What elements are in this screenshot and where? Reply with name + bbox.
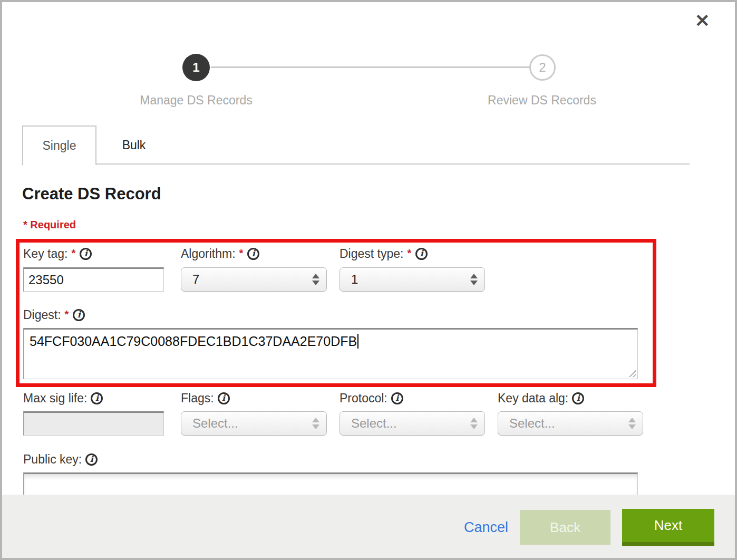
spinner-arrows-icon xyxy=(628,418,636,429)
tab-single[interactable]: Single xyxy=(22,125,96,166)
required-asterisk: * xyxy=(239,247,244,259)
info-icon[interactable]: i xyxy=(85,453,98,466)
digest-type-select-value: 1 xyxy=(351,272,470,287)
page-title: Create DS Record xyxy=(22,185,161,204)
spinner-arrows-icon xyxy=(470,418,478,429)
protocol-select[interactable]: Select... xyxy=(340,411,485,436)
flags-select[interactable]: Select... xyxy=(181,411,327,436)
spinner-arrows-icon xyxy=(470,274,478,285)
create-ds-record-dialog: ✕ 1 2 Manage DS Records Review DS Record… xyxy=(0,0,737,560)
key-data-alg-select[interactable]: Select... xyxy=(498,411,643,436)
max-sig-life-label: Max sig life:i xyxy=(23,391,103,405)
info-icon[interactable]: i xyxy=(415,248,428,260)
tab-bulk[interactable]: Bulk xyxy=(96,125,171,165)
flags-select-value: Select... xyxy=(192,416,312,431)
spinner-arrows-icon xyxy=(312,418,319,429)
back-button[interactable]: Back xyxy=(520,510,610,545)
info-icon[interactable]: i xyxy=(91,392,103,404)
info-icon[interactable]: i xyxy=(73,309,85,321)
protocol-select-value: Select... xyxy=(351,416,470,431)
algorithm-label-text: Algorithm: xyxy=(181,247,236,260)
key-data-alg-label-text: Key data alg: xyxy=(498,391,568,405)
digest-value: 54FCF030AA1C79C0088FDEC1BD1C37DAA2E70DFB xyxy=(30,334,357,349)
max-sig-life-input[interactable] xyxy=(23,411,164,436)
flags-label: Flags:i xyxy=(181,391,230,405)
step-2-label: Review DS Records xyxy=(458,93,626,108)
flags-label-text: Flags: xyxy=(181,391,214,405)
text-caret xyxy=(357,334,358,349)
close-icon[interactable]: ✕ xyxy=(695,12,710,30)
algorithm-select[interactable]: 7 xyxy=(181,267,327,292)
key-data-alg-select-value: Select... xyxy=(509,416,628,431)
info-icon[interactable]: i xyxy=(80,248,92,260)
stepper-connector xyxy=(211,66,529,68)
key-tag-input[interactable] xyxy=(23,267,164,292)
dialog-footer: Cancel Back Next xyxy=(0,495,737,560)
tab-bar: Single Bulk xyxy=(22,125,690,165)
step-1-label: Manage DS Records xyxy=(112,93,280,108)
algorithm-select-value: 7 xyxy=(192,272,312,287)
resize-handle-icon[interactable] xyxy=(627,369,636,377)
protocol-label: Protocol:i xyxy=(340,391,403,405)
digest-label: Digest:*i xyxy=(23,308,85,322)
info-icon[interactable]: i xyxy=(391,392,403,404)
next-button[interactable]: Next xyxy=(622,509,714,546)
key-data-alg-label: Key data alg:i xyxy=(498,391,584,405)
public-key-label-text: Public key: xyxy=(23,452,82,466)
digest-type-label: Digest type:*i xyxy=(340,247,428,261)
digest-textarea[interactable]: 54FCF030AA1C79C0088FDEC1BD1C37DAA2E70DFB xyxy=(23,328,638,379)
max-sig-life-label-text: Max sig life: xyxy=(23,391,87,405)
public-key-label: Public key:i xyxy=(23,452,98,467)
cancel-button[interactable]: Cancel xyxy=(464,519,508,536)
algorithm-label: Algorithm:*i xyxy=(181,247,259,261)
required-asterisk: * xyxy=(407,247,411,259)
digest-type-label-text: Digest type: xyxy=(340,247,403,260)
required-note: * Required xyxy=(23,219,76,231)
spinner-arrows-icon xyxy=(312,274,319,285)
required-asterisk: * xyxy=(65,308,69,320)
protocol-label-text: Protocol: xyxy=(340,391,387,405)
key-tag-label: Key tag:*i xyxy=(23,247,92,261)
info-icon[interactable]: i xyxy=(247,248,259,260)
required-asterisk: * xyxy=(71,247,75,259)
digest-type-select[interactable]: 1 xyxy=(340,267,485,292)
key-tag-label-text: Key tag: xyxy=(23,247,67,260)
step-2-indicator: 2 xyxy=(529,54,556,81)
digest-label-text: Digest: xyxy=(23,308,61,322)
info-icon[interactable]: i xyxy=(572,392,584,404)
info-icon[interactable]: i xyxy=(218,392,230,404)
step-1-indicator: 1 xyxy=(182,54,210,81)
